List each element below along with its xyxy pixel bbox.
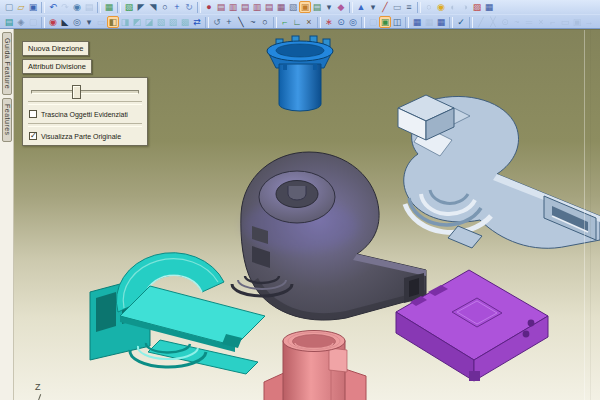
cursor-icon[interactable]: ◣ xyxy=(59,16,71,28)
visualizza-checkbox[interactable] xyxy=(29,132,37,140)
undo-icon[interactable]: ↶ xyxy=(47,1,59,13)
sphere-a-icon[interactable]: ◐ xyxy=(447,1,459,13)
divide-opt-3-icon[interactable]: ◪ xyxy=(143,16,155,28)
plane-menu-icon[interactable]: ▾ xyxy=(367,1,379,13)
view-preset-1-icon[interactable]: ▤ xyxy=(215,1,227,13)
part-pink-tube[interactable] xyxy=(264,331,366,400)
disabled-line-icon[interactable]: ╱ xyxy=(475,16,487,28)
swap-icon[interactable]: ⇄ xyxy=(191,16,203,28)
disabled-x-icon[interactable]: × xyxy=(535,16,547,28)
record-icon[interactable]: ◉ xyxy=(47,16,59,28)
view-preset-4-icon[interactable]: ▥ xyxy=(251,1,263,13)
checkbox-row-trascina[interactable]: Trascina Oggetti Evidenziati xyxy=(28,108,142,120)
redo-icon[interactable]: ↷ xyxy=(59,1,71,13)
plane-icon[interactable]: ▲ xyxy=(355,1,367,13)
fillet-icon[interactable]: ⌐ xyxy=(279,16,291,28)
view-preset-2-icon[interactable]: ▥ xyxy=(227,1,239,13)
circle-tool-icon[interactable]: ○ xyxy=(259,16,271,28)
ghost3-icon[interactable]: ▢ xyxy=(367,16,379,28)
table-y-icon[interactable]: ▦ xyxy=(423,16,435,28)
disabled-box-icon[interactable]: ▣ xyxy=(571,16,583,28)
shaded-view-icon[interactable]: ● xyxy=(203,1,215,13)
part-gray-housing[interactable] xyxy=(232,152,426,320)
disabled-corner-icon[interactable]: ⌐ xyxy=(547,16,559,28)
disabled-rect-icon[interactable]: ▭ xyxy=(559,16,571,28)
orbit3d-icon[interactable]: ◎ xyxy=(347,16,359,28)
sketch-icon[interactable]: ▭ xyxy=(391,1,403,13)
eye-icon[interactable]: ◉ xyxy=(71,1,83,13)
tab-features[interactable]: Features xyxy=(2,98,12,142)
trascina-checkbox[interactable] xyxy=(29,110,37,118)
attributi-divisione-button[interactable]: Attributi Divisione xyxy=(22,59,92,74)
divide-opt-5-icon[interactable]: ▨ xyxy=(167,16,179,28)
division-slider[interactable] xyxy=(31,85,139,97)
layout-icon[interactable]: ▧ xyxy=(287,1,299,13)
slider-thumb[interactable] xyxy=(72,85,81,99)
active-view-icon[interactable]: ▣ xyxy=(299,1,311,13)
bulb-on-icon[interactable]: ◉ xyxy=(435,1,447,13)
3d-viewport[interactable]: Nuova Direzione Attributi Divisione Tras… xyxy=(0,29,600,400)
part-teal-half-section[interactable] xyxy=(90,253,265,374)
divide-opt-4-icon[interactable]: ▧ xyxy=(155,16,167,28)
sphere-b-icon[interactable]: ◑ xyxy=(459,1,471,13)
bushing-foot xyxy=(313,64,317,70)
view-preset-5-icon[interactable]: ▤ xyxy=(263,1,275,13)
multi-select-icon[interactable]: ◥ xyxy=(147,1,159,13)
pan-icon[interactable]: + xyxy=(171,1,183,13)
new-icon[interactable]: ▢ xyxy=(3,1,15,13)
line-tool-icon[interactable]: ╲ xyxy=(235,16,247,28)
disabled-curve-icon[interactable]: ~ xyxy=(511,16,523,28)
check-icon[interactable]: ✓ xyxy=(455,16,467,28)
ghost-tool-icon[interactable]: ▢ xyxy=(27,16,39,28)
disabled-arrow-icon[interactable]: → xyxy=(583,16,595,28)
select-cursor-icon[interactable]: ◤ xyxy=(135,1,147,13)
rotate-view-icon[interactable]: ↻ xyxy=(183,1,195,13)
globe-icon[interactable]: ⊙ xyxy=(335,16,347,28)
lock-active-icon[interactable]: ▣ xyxy=(379,16,391,28)
pen-icon[interactable]: ╱ xyxy=(379,1,391,13)
views-menu-icon[interactable]: ▾ xyxy=(323,1,335,13)
split-icon[interactable]: ◫ xyxy=(391,16,403,28)
curve-tool-icon[interactable]: ~ xyxy=(247,16,259,28)
divide-tool-icon[interactable]: ◧ xyxy=(107,16,119,28)
part-blue-bushing[interactable] xyxy=(267,36,333,111)
target-menu-icon[interactable]: ◎ xyxy=(71,16,83,28)
swatch-icon[interactable]: ▨ xyxy=(471,1,483,13)
chamfer-icon[interactable]: ∟ xyxy=(291,16,303,28)
iso-view-icon[interactable]: ▤ xyxy=(311,1,323,13)
star-icon[interactable]: ∗ xyxy=(323,16,335,28)
orbit-icon[interactable]: ↺ xyxy=(211,16,223,28)
clipboard-icon[interactable]: ▤ xyxy=(83,1,95,13)
hand-tool-icon[interactable]: ◈ xyxy=(15,16,27,28)
disabled-cross-icon[interactable]: ╳ xyxy=(487,16,499,28)
trim-icon[interactable]: × xyxy=(303,16,315,28)
image-view-icon[interactable]: ▧ xyxy=(123,1,135,13)
purple-c-slot xyxy=(528,320,535,327)
menu-arrow-icon[interactable]: ▾ xyxy=(83,16,95,28)
view-preset-3-icon[interactable]: ▤ xyxy=(239,1,251,13)
table-x-icon[interactable]: ▦ xyxy=(411,16,423,28)
divide-opt-6-icon[interactable]: ▩ xyxy=(179,16,191,28)
view-preset-6-icon[interactable]: ▦ xyxy=(275,1,287,13)
zoom-icon[interactable]: ○ xyxy=(159,1,171,13)
layers-icon[interactable]: ▤ xyxy=(3,16,15,28)
table-z-icon[interactable]: ▦ xyxy=(435,16,447,28)
tab-guida-feature[interactable]: Guida Feature xyxy=(2,32,12,95)
divide-opt-1-icon[interactable]: ◨ xyxy=(119,16,131,28)
film-icon[interactable]: ▦ xyxy=(483,1,495,13)
slider-track[interactable] xyxy=(31,90,139,94)
save-icon[interactable]: ▣ xyxy=(27,1,39,13)
disabled-circle-icon[interactable]: ⊙ xyxy=(499,16,511,28)
divide-opt-2-icon[interactable]: ◩ xyxy=(131,16,143,28)
plus-icon[interactable]: + xyxy=(223,16,235,28)
disabled-equal-icon[interactable]: ═ xyxy=(523,16,535,28)
nuova-direzione-button[interactable]: Nuova Direzione xyxy=(22,41,89,56)
stamp-icon[interactable]: ◆ xyxy=(335,1,347,13)
bars-icon[interactable]: ≡ xyxy=(403,1,415,13)
checkbox-row-visualizza[interactable]: Visualizza Parte Originale xyxy=(28,130,142,142)
ghost2-icon[interactable]: ▭ xyxy=(95,16,107,28)
open-icon[interactable]: ▱ xyxy=(15,1,27,13)
bulb-off-icon[interactable]: ○ xyxy=(423,1,435,13)
whiteboard-icon[interactable]: ▦ xyxy=(103,1,115,13)
part-cutaway-housing[interactable] xyxy=(398,95,600,248)
